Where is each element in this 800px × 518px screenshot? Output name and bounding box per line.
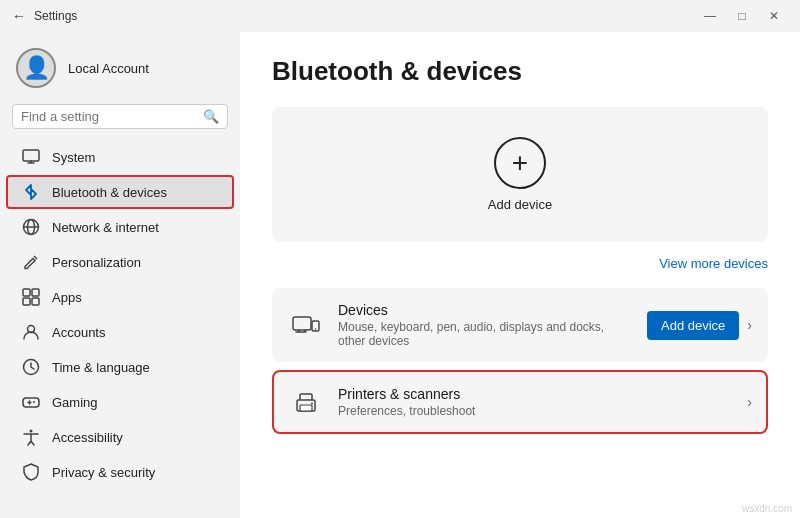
watermark: wsxdn.com bbox=[742, 503, 792, 514]
sidebar-label-network: Network & internet bbox=[52, 220, 159, 235]
printers-row-title: Printers & scanners bbox=[338, 386, 733, 402]
app-title: Settings bbox=[34, 9, 77, 23]
devices-add-button[interactable]: Add device bbox=[647, 311, 739, 340]
sidebar-item-accounts[interactable]: Accounts bbox=[6, 315, 234, 349]
svg-rect-0 bbox=[23, 150, 39, 161]
title-bar: ← Settings — □ ✕ bbox=[0, 0, 800, 32]
user-icon: 👤 bbox=[23, 55, 50, 81]
system-icon bbox=[22, 148, 40, 166]
sidebar-label-apps: Apps bbox=[52, 290, 82, 305]
sidebar-item-bluetooth[interactable]: Bluetooth & devices bbox=[6, 175, 234, 209]
user-profile[interactable]: 👤 Local Account bbox=[0, 40, 240, 100]
privacy-icon bbox=[22, 463, 40, 481]
sidebar-item-system[interactable]: System bbox=[6, 140, 234, 174]
sidebar-label-gaming: Gaming bbox=[52, 395, 98, 410]
svg-rect-17 bbox=[300, 405, 312, 411]
sidebar-item-personalization[interactable]: Personalization bbox=[6, 245, 234, 279]
add-device-plus-icon: + bbox=[494, 137, 546, 189]
svg-rect-5 bbox=[32, 289, 39, 296]
search-box[interactable]: 🔍 bbox=[12, 104, 228, 129]
maximize-button[interactable]: □ bbox=[728, 6, 756, 26]
devices-row-text: Devices Mouse, keyboard, pen, audio, dis… bbox=[338, 302, 633, 348]
printers-chevron-icon: › bbox=[747, 394, 752, 410]
sidebar-item-apps[interactable]: Apps bbox=[6, 280, 234, 314]
printers-row-text: Printers & scanners Preferences, trouble… bbox=[338, 386, 733, 418]
devices-row[interactable]: Devices Mouse, keyboard, pen, audio, dis… bbox=[272, 288, 768, 362]
sidebar-label-accounts: Accounts bbox=[52, 325, 105, 340]
minimize-button[interactable]: — bbox=[696, 6, 724, 26]
close-button[interactable]: ✕ bbox=[760, 6, 788, 26]
svg-point-18 bbox=[311, 403, 313, 405]
devices-icon bbox=[288, 307, 324, 343]
bluetooth-icon bbox=[22, 183, 40, 201]
sidebar-label-privacy: Privacy & security bbox=[52, 465, 155, 480]
user-name: Local Account bbox=[68, 61, 149, 76]
sidebar-item-network[interactable]: Network & internet bbox=[6, 210, 234, 244]
printers-row[interactable]: Printers & scanners Preferences, trouble… bbox=[272, 370, 768, 434]
add-device-card[interactable]: + Add device bbox=[272, 107, 768, 242]
main-content: 👤 Local Account 🔍 System bbox=[0, 32, 800, 518]
nav-list: System Bluetooth & devices Network & int… bbox=[0, 139, 240, 490]
svg-rect-7 bbox=[32, 298, 39, 305]
svg-rect-6 bbox=[23, 298, 30, 305]
sidebar-label-personalization: Personalization bbox=[52, 255, 141, 270]
svg-point-15 bbox=[315, 328, 317, 330]
sidebar-label-time: Time & language bbox=[52, 360, 150, 375]
search-input[interactable] bbox=[21, 109, 197, 124]
devices-row-action: Add device › bbox=[647, 311, 752, 340]
window-controls: — □ ✕ bbox=[696, 6, 788, 26]
network-icon bbox=[22, 218, 40, 236]
page-title: Bluetooth & devices bbox=[272, 56, 768, 87]
sidebar-item-time[interactable]: Time & language bbox=[6, 350, 234, 384]
search-icon: 🔍 bbox=[203, 109, 219, 124]
printers-row-action: › bbox=[747, 394, 752, 410]
apps-icon bbox=[22, 288, 40, 306]
avatar: 👤 bbox=[16, 48, 56, 88]
time-icon bbox=[22, 358, 40, 376]
add-device-label: Add device bbox=[488, 197, 552, 212]
sidebar: 👤 Local Account 🔍 System bbox=[0, 32, 240, 518]
devices-row-title: Devices bbox=[338, 302, 633, 318]
printers-icon bbox=[288, 384, 324, 420]
view-more-link[interactable]: View more devices bbox=[272, 254, 768, 272]
accessibility-icon bbox=[22, 428, 40, 446]
accounts-icon bbox=[22, 323, 40, 341]
sidebar-item-privacy[interactable]: Privacy & security bbox=[6, 455, 234, 489]
sidebar-item-accessibility[interactable]: Accessibility bbox=[6, 420, 234, 454]
content-area: Bluetooth & devices + Add device View mo… bbox=[240, 32, 800, 518]
svg-rect-4 bbox=[23, 289, 30, 296]
back-icon[interactable]: ← bbox=[12, 8, 26, 24]
sidebar-label-system: System bbox=[52, 150, 95, 165]
personalization-icon bbox=[22, 253, 40, 271]
devices-chevron-icon: › bbox=[747, 317, 752, 333]
sidebar-item-gaming[interactable]: Gaming bbox=[6, 385, 234, 419]
gaming-icon bbox=[22, 393, 40, 411]
printers-row-subtitle: Preferences, troubleshoot bbox=[338, 404, 733, 418]
sidebar-label-accessibility: Accessibility bbox=[52, 430, 123, 445]
svg-point-11 bbox=[33, 401, 35, 403]
svg-point-12 bbox=[30, 430, 33, 433]
view-more-anchor[interactable]: View more devices bbox=[659, 256, 768, 271]
sidebar-label-bluetooth: Bluetooth & devices bbox=[52, 185, 167, 200]
svg-rect-13 bbox=[293, 317, 311, 330]
devices-row-subtitle: Mouse, keyboard, pen, audio, displays an… bbox=[338, 320, 633, 348]
